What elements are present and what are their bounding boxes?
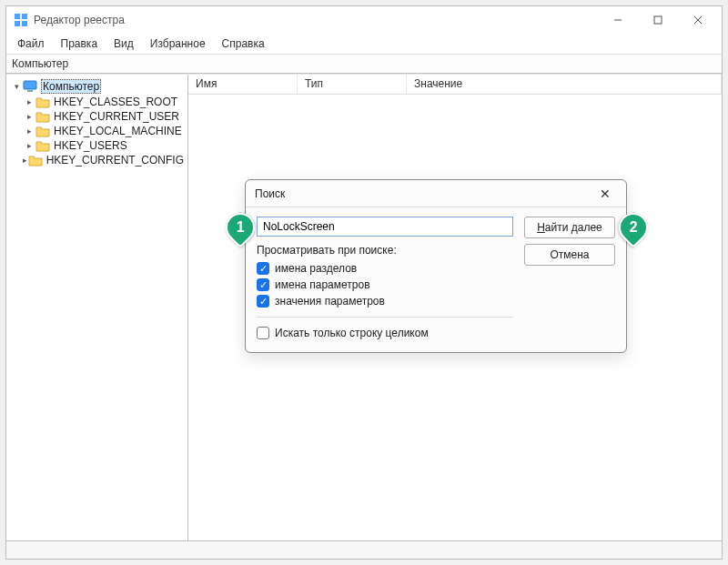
svg-rect-3 bbox=[22, 21, 27, 26]
checkbox-keys-row[interactable]: имена разделов bbox=[257, 260, 513, 277]
svg-rect-8 bbox=[24, 81, 36, 89]
collapse-icon[interactable]: ▾ bbox=[10, 82, 23, 91]
checkbox-values-row[interactable]: имена параметров bbox=[257, 277, 513, 293]
column-value[interactable]: Значение bbox=[407, 75, 722, 94]
svg-rect-5 bbox=[654, 16, 662, 24]
checkbox-values-label: имена параметров bbox=[275, 278, 370, 291]
tree-root-label: Компьютер bbox=[41, 79, 101, 94]
registry-editor-window: Редактор реестра Файл Правка Вид Избранн… bbox=[5, 5, 723, 560]
menu-favorites[interactable]: Избранное bbox=[143, 35, 213, 52]
expand-icon[interactable]: ▸ bbox=[23, 112, 35, 121]
column-name[interactable]: Имя bbox=[188, 75, 298, 94]
computer-icon bbox=[23, 80, 37, 93]
dialog-left: Просматривать при поиске: имена разделов… bbox=[257, 217, 513, 341]
window-title: Редактор реестра bbox=[34, 14, 598, 26]
checkbox-whole[interactable] bbox=[257, 327, 269, 339]
tree-root[interactable]: ▾ Компьютер bbox=[8, 78, 186, 95]
look-at-label: Просматривать при поиске: bbox=[257, 244, 513, 257]
tree-item-label: HKEY_CURRENT_USER bbox=[54, 110, 179, 123]
cancel-button[interactable]: Отмена bbox=[524, 244, 615, 266]
column-type[interactable]: Тип bbox=[298, 75, 407, 94]
tree-item-hkcc[interactable]: ▸ HKEY_CURRENT_CONFIG bbox=[21, 153, 186, 167]
dialog-close-button[interactable]: ✕ bbox=[593, 187, 617, 201]
app-icon bbox=[14, 13, 28, 27]
menubar: Файл Правка Вид Избранное Справка bbox=[6, 34, 722, 54]
tree-item-hklm[interactable]: ▸ HKEY_LOCAL_MACHINE bbox=[21, 124, 186, 138]
statusbar bbox=[6, 540, 722, 559]
dialog-titlebar: Поиск ✕ bbox=[246, 180, 626, 207]
svg-rect-1 bbox=[22, 14, 27, 19]
expand-icon[interactable]: ▸ bbox=[23, 141, 35, 150]
folder-icon bbox=[28, 154, 43, 166]
expand-icon[interactable]: ▸ bbox=[23, 126, 35, 136]
tree-item-label: HKEY_LOCAL_MACHINE bbox=[54, 125, 182, 137]
folder-icon bbox=[35, 139, 50, 152]
checkbox-keys-label: имена разделов bbox=[275, 262, 357, 275]
dialog-buttons: Найти далее Отмена bbox=[524, 217, 615, 341]
tree-item-hkcu[interactable]: ▸ HKEY_CURRENT_USER bbox=[21, 109, 186, 124]
checkbox-data-row[interactable]: значения параметров bbox=[257, 293, 513, 309]
tree-children: ▸ HKEY_CLASSES_ROOT ▸ HKEY_CURRENT_USER … bbox=[8, 95, 186, 167]
checkbox-data-label: значения параметров bbox=[275, 295, 385, 308]
find-input[interactable] bbox=[257, 217, 513, 237]
minimize-button[interactable] bbox=[598, 7, 638, 33]
tree-item-label: HKEY_CURRENT_CONFIG bbox=[46, 154, 184, 166]
tree-item-label: HKEY_CLASSES_ROOT bbox=[54, 96, 177, 108]
close-button[interactable] bbox=[678, 7, 718, 33]
checkbox-keys[interactable] bbox=[257, 262, 269, 275]
tree-item-hku[interactable]: ▸ HKEY_USERS bbox=[21, 138, 186, 153]
tree-item-hkcr[interactable]: ▸ HKEY_CLASSES_ROOT bbox=[21, 95, 186, 109]
address-bar[interactable]: Компьютер bbox=[6, 54, 722, 74]
checkbox-whole-row[interactable]: Искать только строку целиком bbox=[257, 325, 513, 341]
expand-icon[interactable]: ▸ bbox=[23, 97, 35, 106]
folder-icon bbox=[35, 110, 50, 123]
maximize-button[interactable] bbox=[638, 7, 678, 33]
divider bbox=[257, 317, 513, 318]
checkbox-whole-label: Искать только строку целиком bbox=[275, 327, 429, 339]
menu-help[interactable]: Справка bbox=[215, 35, 272, 52]
find-dialog: Поиск ✕ Просматривать при поиске: имена … bbox=[245, 179, 627, 353]
folder-icon bbox=[35, 96, 50, 108]
folder-icon bbox=[35, 125, 50, 137]
menu-file[interactable]: Файл bbox=[10, 35, 52, 52]
checkbox-values[interactable] bbox=[257, 278, 269, 291]
svg-rect-2 bbox=[15, 21, 20, 26]
list-header: Имя Тип Значение bbox=[188, 75, 722, 95]
tree-pane[interactable]: ▾ Компьютер ▸ HKEY_CLASSES_ROOT ▸ HKEY_C… bbox=[6, 75, 188, 540]
menu-edit[interactable]: Правка bbox=[54, 35, 106, 52]
titlebar: Редактор реестра bbox=[6, 6, 722, 34]
dialog-body: Просматривать при поиске: имена разделов… bbox=[246, 207, 626, 352]
checkbox-data[interactable] bbox=[257, 295, 269, 308]
dialog-title: Поиск bbox=[255, 187, 593, 200]
tree-item-label: HKEY_USERS bbox=[54, 139, 127, 152]
svg-rect-9 bbox=[27, 90, 33, 92]
menu-view[interactable]: Вид bbox=[106, 35, 141, 52]
find-next-button[interactable]: Найти далее bbox=[524, 217, 615, 238]
window-controls bbox=[598, 7, 718, 33]
address-text: Компьютер bbox=[12, 57, 68, 70]
svg-rect-0 bbox=[15, 14, 20, 19]
